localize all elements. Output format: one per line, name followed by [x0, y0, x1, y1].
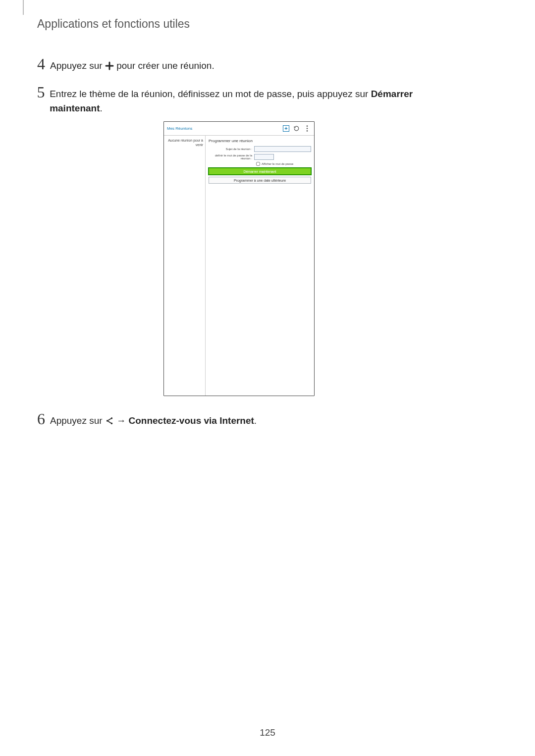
- step-6: 6 Appuyez sur → Connectez-vous via Inter…: [32, 411, 257, 428]
- device-screenshot: Mes Réunions + Aucune réunion pour à ven…: [163, 121, 315, 396]
- subject-row: Sujet de la réunion :: [209, 146, 311, 152]
- password-label: définir le mot de passe de la réunion :: [209, 154, 254, 160]
- arrow-text: →: [116, 415, 128, 426]
- bold-action: Connectez-vous via Internet: [128, 415, 254, 426]
- step-number: 5: [32, 84, 50, 100]
- password-row: définir le mot de passe de la réunion :: [209, 154, 311, 160]
- app-bar: Mes Réunions +: [164, 122, 314, 136]
- page-edge-mark: [23, 0, 24, 15]
- text-before: Appuyez sur: [50, 60, 105, 71]
- checkbox-icon[interactable]: [256, 162, 260, 166]
- svg-point-4: [111, 417, 112, 419]
- step-text: Appuyez sur → Connectez-vous via Interne…: [50, 411, 257, 428]
- share-icon: [105, 416, 114, 425]
- schedule-panel: Programmer une réunion Sujet de la réuni…: [206, 136, 314, 396]
- appbar-title: Mes Réunions: [167, 126, 280, 131]
- step-text: Entrez le thème de la réunion, définisse…: [50, 84, 458, 115]
- svg-point-5: [111, 423, 112, 424]
- text-a: Entrez le thème de la réunion, définisse…: [50, 89, 371, 99]
- text-after: pour créer une réunion.: [116, 60, 214, 71]
- subject-input[interactable]: [254, 146, 311, 152]
- text-before: Appuyez sur: [50, 415, 105, 426]
- panel-title: Programmer une réunion: [209, 139, 311, 146]
- step-number: 6: [32, 411, 50, 427]
- show-password-label: Afficher le mot de passe: [262, 162, 293, 165]
- subject-label: Sujet de la réunion :: [209, 148, 254, 151]
- refresh-icon[interactable]: [292, 125, 300, 133]
- step-5: 5 Entrez le thème de la réunion, définis…: [32, 84, 458, 115]
- schedule-later-button[interactable]: Programmer à une date ultérieure: [209, 177, 311, 184]
- password-input[interactable]: [254, 154, 274, 160]
- step-number: 4: [32, 56, 50, 72]
- page-number: 125: [0, 727, 535, 738]
- more-icon[interactable]: [303, 125, 311, 133]
- svg-point-3: [107, 420, 108, 421]
- device-body: Aucune réunion pour à venir Programmer u…: [164, 136, 314, 396]
- text-after: .: [254, 415, 257, 426]
- add-meeting-button[interactable]: +: [283, 125, 289, 132]
- svg-point-1: [307, 128, 308, 129]
- show-password-checkbox[interactable]: Afficher le mot de passe: [256, 162, 311, 166]
- text-b: .: [100, 103, 103, 113]
- step-text: Appuyez sur pour créer une réunion.: [50, 56, 214, 73]
- svg-point-2: [307, 130, 308, 132]
- plus-icon: [105, 61, 114, 70]
- start-now-button[interactable]: Démarrer maintenant: [209, 168, 311, 175]
- step-4: 4 Appuyez sur pour créer une réunion.: [32, 56, 214, 73]
- page-title: Applications et fonctions utiles: [37, 17, 190, 31]
- sidebar-empty-text: Aucune réunion pour à venir: [164, 136, 206, 396]
- svg-point-0: [307, 125, 308, 127]
